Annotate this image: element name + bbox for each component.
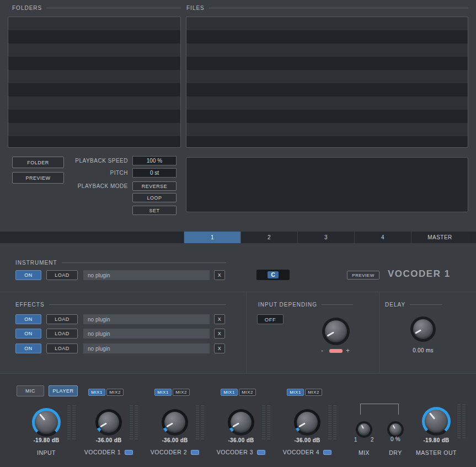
vocoder3-level-knob[interactable] xyxy=(228,409,254,436)
effect3-load-button[interactable]: LOAD xyxy=(46,343,78,353)
meter-column xyxy=(67,405,71,441)
input-depending-slider[interactable] xyxy=(329,349,343,353)
meter-column xyxy=(201,405,204,441)
meter-column xyxy=(196,405,199,441)
pitch-value[interactable]: 0 st xyxy=(132,168,177,178)
divider xyxy=(379,292,379,373)
vocoder4-level-value: -36.00 dB xyxy=(285,437,329,443)
input-level-knob[interactable] xyxy=(32,408,61,437)
meter-column xyxy=(457,404,461,439)
master-out-knob[interactable] xyxy=(422,407,451,436)
playback-mode-label: PLAYBACK MODE xyxy=(55,183,128,189)
effect2-plugin-field[interactable]: no plugin xyxy=(83,329,210,339)
vocoder4-level-meter xyxy=(328,405,336,441)
pitch-label: PITCH xyxy=(55,170,128,176)
effect2-load-button[interactable]: LOAD xyxy=(46,329,78,339)
effect3-plugin-field[interactable]: no plugin xyxy=(83,343,210,353)
loop-button[interactable]: LOOP xyxy=(132,193,177,202)
vocoder4-mix1-button[interactable]: MIX1 xyxy=(287,389,304,396)
effect1-plugin-field[interactable]: no plugin xyxy=(83,314,210,324)
waveform-display xyxy=(186,157,468,212)
input-depending-label: INPUT DEPENDING xyxy=(258,302,317,308)
instrument-label: INSTRUMENT xyxy=(15,260,57,266)
input-depending-off-button[interactable]: OFF xyxy=(257,314,284,324)
meter-column xyxy=(267,405,270,441)
dry-knob[interactable] xyxy=(387,421,404,438)
effect1-on-button[interactable]: ON xyxy=(15,314,41,324)
vocoder3-mix2-button[interactable]: MIX2 xyxy=(239,389,256,396)
mix-channel-label: MIX xyxy=(347,449,381,456)
vocoder2-level-value: -36.00 dB xyxy=(153,437,197,443)
vocoder2-level-knob[interactable] xyxy=(162,409,188,436)
instrument-load-button[interactable]: LOAD xyxy=(46,270,78,280)
effect3-clear-button[interactable]: X xyxy=(214,343,225,353)
mix-knob[interactable] xyxy=(356,421,372,438)
folders-list[interactable] xyxy=(8,17,181,148)
effect2-on-button[interactable]: ON xyxy=(15,329,41,339)
vocoder3-mix1-button[interactable]: MIX1 xyxy=(221,389,238,396)
tab-vocoder-3[interactable]: 3 xyxy=(297,232,354,243)
reverse-button[interactable]: REVERSE xyxy=(132,181,177,191)
vocoder3-channel-label: VOCODER 3 xyxy=(217,449,253,455)
vocoder1-mix2-button[interactable]: MIX2 xyxy=(106,389,124,396)
effect3-on-button[interactable]: ON xyxy=(15,343,41,353)
tab-vocoder-1[interactable]: 1 xyxy=(184,232,240,243)
meter-column xyxy=(262,405,265,441)
note-selector[interactable]: C xyxy=(256,270,290,280)
delay-section-label: DELAY xyxy=(385,301,442,308)
files-section-label: FILES xyxy=(186,4,468,11)
vocoder1-label-row: VOCODER 1 xyxy=(78,449,139,455)
instrument-on-button[interactable]: ON xyxy=(15,270,41,280)
player-button[interactable]: PLAYER xyxy=(49,385,78,396)
effects-section-label: EFFECTS xyxy=(15,301,226,308)
master-out-label: MASTER OUT xyxy=(409,449,464,456)
vocoder3-level-value: -36.00 dB xyxy=(219,437,263,443)
input-depending-knob[interactable] xyxy=(322,318,350,345)
tab-vocoder-4[interactable]: 4 xyxy=(354,232,411,243)
input-depending-section-label: INPUT DEPENDING xyxy=(258,301,353,308)
instrument-clear-button[interactable]: X xyxy=(214,270,225,280)
vocoder3-led[interactable] xyxy=(257,450,265,455)
vocoder2-led[interactable] xyxy=(191,450,199,455)
input-channel-label: INPUT xyxy=(24,449,68,456)
files-label: FILES xyxy=(186,5,205,11)
instrument-plugin-field[interactable]: no plugin xyxy=(83,270,210,280)
vocoder1-led[interactable] xyxy=(125,450,133,455)
vocoder4-level-knob[interactable] xyxy=(294,409,320,436)
instrument-preview-button[interactable]: PREVIEW xyxy=(347,271,379,280)
effect2-clear-button[interactable]: X xyxy=(214,329,225,339)
vocoder4-channel-label: VOCODER 4 xyxy=(283,449,319,455)
vocoder2-mix2-button[interactable]: MIX2 xyxy=(173,389,190,396)
files-list[interactable] xyxy=(186,17,468,148)
delay-value: 0.00 ms xyxy=(404,347,442,353)
master-out-value: -19.80 dB xyxy=(414,437,458,443)
delay-knob[interactable] xyxy=(410,316,436,342)
meter-column xyxy=(333,405,336,441)
divider xyxy=(246,292,247,373)
vocoder1-mix1-button[interactable]: MIX1 xyxy=(88,389,105,396)
input-level-meter xyxy=(67,405,76,441)
folders-label: FOLDERS xyxy=(12,5,42,11)
effect1-load-button[interactable]: LOAD xyxy=(46,314,78,324)
minus-sign: - xyxy=(321,347,323,355)
vocoder4-mix2-button[interactable]: MIX2 xyxy=(305,389,322,396)
set-button[interactable]: SET xyxy=(132,206,177,215)
dry-value: 0 % xyxy=(382,436,409,442)
mic-button[interactable]: MIC xyxy=(17,385,44,396)
instrument-section-label: INSTRUMENT xyxy=(15,259,226,266)
plus-sign: + xyxy=(346,347,350,355)
master-level-meter xyxy=(457,404,466,439)
input-level-value: -19.80 dB xyxy=(24,437,68,443)
playback-speed-value[interactable]: 100 % xyxy=(132,156,177,165)
meter-column xyxy=(130,405,133,441)
vocoder1-level-knob[interactable] xyxy=(95,409,122,436)
effect1-clear-button[interactable]: X xyxy=(214,314,225,324)
meter-column xyxy=(328,405,331,441)
tab-master[interactable]: MASTER xyxy=(411,232,468,243)
vocoder4-led[interactable] xyxy=(323,450,331,455)
vocoder2-mix1-button[interactable]: MIX1 xyxy=(154,389,172,396)
tab-vocoder-2[interactable]: 2 xyxy=(240,232,297,243)
vocoder1-level-meter xyxy=(130,405,138,441)
vocoder3-label-row: VOCODER 3 xyxy=(211,449,271,455)
folders-section-label: FOLDERS xyxy=(12,4,181,11)
